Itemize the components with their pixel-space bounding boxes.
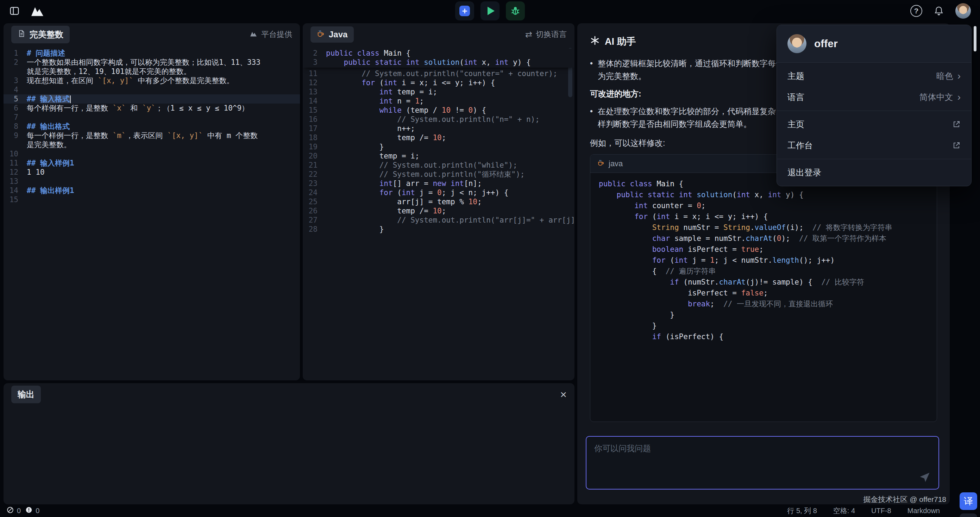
editor-line[interactable]: 9每一个样例一行，是整数 `m`，表示区间 `[x, y]` 中有 m 个整数是… bbox=[3, 131, 300, 149]
user-avatar bbox=[788, 34, 807, 53]
problem-markdown-editor[interactable]: 1# 问题描述2一个整数如果由相同数字构成，可以称为完美整数；比如说1、11、3… bbox=[3, 46, 300, 204]
editor-line[interactable]: 8## 输出格式 bbox=[3, 122, 300, 131]
close-icon[interactable]: × bbox=[560, 389, 567, 400]
encoding-setting[interactable]: UTF-8 bbox=[871, 506, 891, 515]
notifications-bell-icon[interactable] bbox=[934, 6, 944, 16]
scrollbar-thumb[interactable] bbox=[974, 26, 977, 51]
error-count: 0 bbox=[17, 507, 21, 515]
editor-line[interactable]: 15 while (temp / 10 != 0) { bbox=[303, 106, 574, 115]
plus-icon: + bbox=[460, 6, 470, 16]
cursor-position[interactable]: 行 5, 列 8 bbox=[787, 506, 817, 515]
ai-code-block: java public class Main { public static i… bbox=[590, 154, 937, 422]
external-link-icon bbox=[952, 120, 961, 129]
problems-errors[interactable]: 0 bbox=[6, 506, 21, 515]
switch-language-button[interactable]: ⇄ 切换语言 bbox=[525, 29, 567, 40]
code-line: } bbox=[599, 310, 928, 321]
send-icon[interactable] bbox=[919, 471, 931, 485]
logout-label: 退出登录 bbox=[788, 167, 821, 178]
problem-title: 完美整数 bbox=[30, 29, 64, 40]
output-tab[interactable]: 输出 bbox=[11, 386, 41, 403]
code-line: public static int solution(int x, int y)… bbox=[599, 190, 928, 200]
debug-button[interactable] bbox=[506, 2, 525, 21]
run-button[interactable] bbox=[480, 2, 500, 21]
chevron-right-icon: › bbox=[958, 71, 961, 81]
error-icon bbox=[6, 506, 14, 515]
bullet-icon: • bbox=[590, 57, 593, 82]
editor-line[interactable]: 13 int temp = i; bbox=[303, 87, 574, 96]
code-line: if (isPerfect) { bbox=[599, 331, 928, 342]
workspace-label: 工作台 bbox=[788, 140, 813, 151]
menu-item-home[interactable]: 主页 bbox=[777, 114, 971, 135]
editor-line[interactable]: 20 temp = i; bbox=[303, 152, 574, 161]
editor-line[interactable]: 24 for (int j = 0; j < n; j++) { bbox=[303, 188, 574, 197]
java-code-editor[interactable]: 2public class Main {3 public static int … bbox=[303, 46, 574, 234]
editor-line[interactable]: 26 temp /= 10; bbox=[303, 206, 574, 215]
language-label: 语言 bbox=[788, 92, 804, 103]
editor-line[interactable]: 10 bbox=[3, 149, 300, 158]
chevron-right-icon: › bbox=[958, 92, 961, 102]
output-title: 输出 bbox=[18, 389, 35, 400]
editor-line[interactable]: 7 bbox=[3, 113, 300, 122]
editor-line[interactable]: 21 // System.out.println("while"); bbox=[303, 161, 574, 170]
editor-line[interactable]: 12 for (int i = x; i <= y; i++) { bbox=[303, 78, 574, 87]
ai-panel-title: AI 助手 bbox=[605, 35, 636, 48]
code-lines: 11 // System.out.println("counter=" + co… bbox=[303, 69, 574, 234]
menu-item-workspace[interactable]: 工作台 bbox=[777, 135, 971, 156]
editor-line[interactable]: 22 // System.out.println("循环结束"); bbox=[303, 170, 574, 179]
editor-line[interactable]: 16 // System.out.println("n=" + n); bbox=[303, 115, 574, 124]
editor-line[interactable]: 5## 输入格式 bbox=[3, 94, 300, 104]
help-icon[interactable]: ? bbox=[910, 5, 922, 17]
sticky-scroll-lines: 2public class Main {3 public static int … bbox=[303, 49, 574, 68]
language-value: 简体中文 bbox=[920, 92, 953, 103]
editor-line[interactable]: 14## 输出样例1 bbox=[3, 186, 300, 195]
editor-line[interactable]: 27 // System.out.println("arr[j]=" + arr… bbox=[303, 215, 574, 225]
editor-line[interactable]: 1# 问题描述 bbox=[3, 49, 300, 58]
app-logo-icon[interactable] bbox=[30, 5, 45, 17]
sidebar-toggle-icon[interactable] bbox=[9, 6, 20, 16]
language-mode[interactable]: Markdown bbox=[907, 506, 940, 515]
editor-line[interactable]: 4 bbox=[3, 85, 300, 94]
insert-code-button[interactable]: + bbox=[455, 2, 474, 21]
floating-tools: 译 bbox=[959, 492, 977, 517]
editor-line[interactable]: 13 bbox=[3, 177, 300, 186]
user-menu-profile[interactable]: offer bbox=[777, 25, 971, 62]
editor-line[interactable]: 2一个整数如果由相同数字构成，可以称为完美整数；比如说1、11、333就是完美整… bbox=[3, 58, 300, 76]
user-avatar[interactable] bbox=[955, 3, 971, 19]
menu-item-logout[interactable]: 退出登录 bbox=[777, 162, 971, 183]
editor-line[interactable]: 3现在想知道，在区间 `[x, y]` 中有多少个整数是完美整数。 bbox=[3, 76, 300, 85]
editor-line[interactable]: 6每个样例有一行，是整数 `x` 和 `y`；（1 ≤ x ≤ y ≤ 10^9… bbox=[3, 104, 300, 113]
editor-line[interactable]: 23 int[] arr = new int[n]; bbox=[303, 179, 574, 188]
editor-line[interactable]: 19 } bbox=[303, 142, 574, 152]
document-icon bbox=[18, 30, 25, 40]
editor-line[interactable]: 25 arr[j] = temp % 10; bbox=[303, 197, 574, 206]
community-watermark: 掘金技术社区 @ offer718 bbox=[863, 495, 946, 504]
provider-label: 平台提供 bbox=[249, 29, 292, 40]
editor-line[interactable]: 2public class Main { bbox=[303, 49, 574, 58]
editor-line[interactable]: 11## 输入样例1 bbox=[3, 158, 300, 168]
problems-warnings[interactable]: 0 bbox=[25, 506, 40, 515]
switch-arrows-icon: ⇄ bbox=[525, 30, 532, 40]
code-editor-panel: Java ⇄ 切换语言 2public class Main {3 public… bbox=[303, 23, 574, 380]
editor-line[interactable]: 18 temp /= 10; bbox=[303, 133, 574, 142]
code-line: { // 遍历字符串 bbox=[599, 266, 928, 277]
problem-title-chip[interactable]: 完美整数 bbox=[11, 26, 70, 43]
editor-line[interactable]: 14 int n = 1; bbox=[303, 96, 574, 106]
menu-item-language[interactable]: 语言 简体中文 › bbox=[777, 87, 971, 108]
code-line: if (numStr.charAt(j)!= sample) { // 比较字符 bbox=[599, 277, 928, 288]
ai-chat-inputbox bbox=[586, 436, 939, 490]
bug-icon bbox=[510, 5, 520, 17]
editor-line[interactable]: 17 n++; bbox=[303, 124, 574, 133]
warning-count: 0 bbox=[35, 507, 40, 515]
editor-line[interactable]: 121 10 bbox=[3, 168, 300, 177]
translate-button[interactable]: 译 bbox=[959, 492, 977, 510]
ai-chat-input[interactable] bbox=[587, 437, 939, 489]
editor-line[interactable]: 15 bbox=[3, 195, 300, 204]
panel-layout-button[interactable] bbox=[959, 514, 977, 517]
editor-line[interactable]: 28 } bbox=[303, 225, 574, 234]
editor-line[interactable]: 3 public static int solution(int x, int … bbox=[303, 58, 574, 67]
language-tab-java[interactable]: Java bbox=[310, 26, 354, 43]
menu-item-theme[interactable]: 主题 暗色 › bbox=[777, 65, 971, 87]
editor-line[interactable]: 11 // System.out.println("counter=" + co… bbox=[303, 69, 574, 78]
code-line: for (int i = x; i <= y; i++) { bbox=[599, 211, 928, 222]
indentation-setting[interactable]: 空格: 4 bbox=[833, 506, 855, 515]
